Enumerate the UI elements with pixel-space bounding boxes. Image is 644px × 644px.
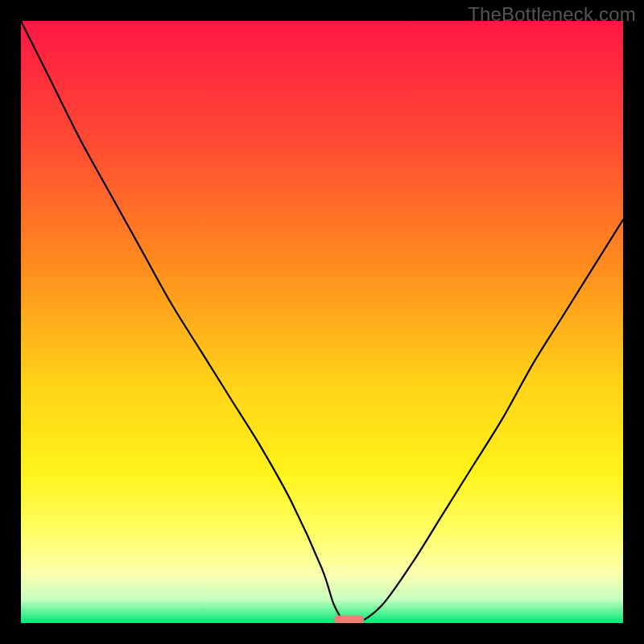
chart-container: TheBottleneck.com [0, 0, 644, 644]
watermark-text: TheBottleneck.com [468, 3, 636, 26]
chart-svg [21, 21, 623, 623]
optimal-marker [334, 616, 364, 623]
gradient-background [21, 21, 623, 623]
plot-area [21, 21, 623, 623]
